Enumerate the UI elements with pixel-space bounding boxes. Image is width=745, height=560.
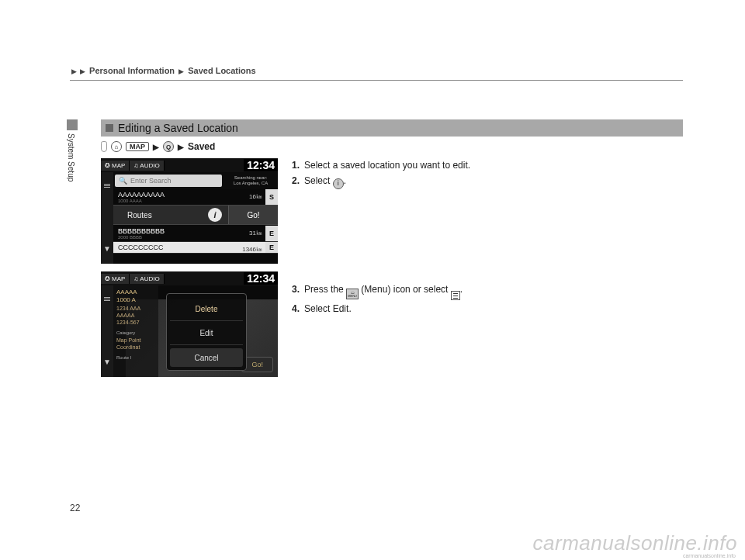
- list-item[interactable]: BBBBBBBBBB 2000 BBBB 31㎞ E: [113, 226, 278, 242]
- menu-icon[interactable]: [104, 183, 110, 188]
- search-icon: Q: [163, 141, 174, 152]
- detail-address: 1000 A: [116, 296, 155, 304]
- heading-square-icon: [106, 124, 113, 132]
- item-action-bar: Routes i Go!: [113, 205, 278, 225]
- tab-map-label: MAP: [112, 162, 125, 169]
- list-item-direction: E: [265, 242, 278, 253]
- routes-button[interactable]: Routes: [113, 211, 202, 220]
- chevron-right-icon: ▶: [71, 67, 77, 75]
- list-item-distance: 31㎞: [249, 229, 262, 237]
- clock: 12:34: [244, 159, 278, 171]
- breadcrumb-part-1: Personal Information: [89, 66, 175, 75]
- list-item[interactable]: AAAAAAAAAA 1000 AAAA 16㎞ S: [113, 189, 278, 206]
- chevron-right-icon: ▶: [178, 67, 184, 75]
- home-icon: ⌂: [111, 141, 122, 152]
- nav-path: ⌂ MAP ▶ Q ▶ Saved: [101, 141, 683, 152]
- watermark: carmanualsonline.info: [533, 531, 737, 555]
- tab-map[interactable]: ✪MAP: [101, 161, 130, 171]
- list-item-direction: S: [265, 189, 278, 205]
- step-number: 1.: [292, 158, 304, 172]
- detail-line: 1234 AAA: [116, 305, 155, 312]
- path-saved-label: Saved: [188, 141, 215, 152]
- watermark-sub: carmanualsonline.info: [683, 553, 736, 558]
- step-number: 4.: [292, 302, 304, 316]
- tab-audio[interactable]: ♫AUDIO: [130, 161, 164, 171]
- scroll-down-icon[interactable]: ▼: [103, 358, 111, 366]
- search-input[interactable]: 🔍 Enter Search: [115, 175, 222, 187]
- info-icon: i: [333, 178, 344, 189]
- search-near-label: Searching near:: [225, 175, 276, 181]
- detail-category-header: Category: [116, 330, 155, 337]
- info-icon[interactable]: i: [208, 208, 222, 222]
- section-heading: Editing a Saved Location: [101, 119, 683, 137]
- screenshot-edit-popup: ✪MAP ♫AUDIO 12:34 ▼: [101, 271, 278, 377]
- chevron-right-icon: ▶: [153, 143, 159, 151]
- tab-audio[interactable]: ♫AUDIO: [130, 274, 164, 284]
- detail-line: Map Point: [116, 337, 155, 344]
- step-text: Select a saved location you want to edit…: [304, 158, 683, 172]
- menu-item-edit[interactable]: Edit: [170, 321, 243, 345]
- tab-map[interactable]: ✪MAP: [101, 274, 130, 284]
- detail-line: Coordinat: [116, 344, 155, 351]
- tab-audio-label: AUDIO: [140, 162, 159, 169]
- compass-icon: ✪: [105, 275, 110, 282]
- context-menu-popup: Delete Edit Cancel: [166, 293, 247, 371]
- list-item-distance: 16㎞: [249, 192, 262, 201]
- breadcrumb-part-2: Saved Locations: [188, 66, 255, 75]
- step-number: 2.: [292, 174, 304, 189]
- page-number: 22: [70, 503, 80, 513]
- section-heading-text: Editing a Saved Location: [118, 122, 238, 134]
- music-icon: ♫: [133, 162, 138, 169]
- detail-line: AAAAA: [116, 312, 155, 319]
- tab-audio-label: AUDIO: [140, 275, 159, 282]
- detail-line: 1234-567: [116, 319, 155, 326]
- scroll-down-icon[interactable]: ▼: [103, 244, 111, 253]
- menu-icon[interactable]: [104, 296, 110, 302]
- compass-icon: ✪: [105, 162, 110, 169]
- menu-item-cancel[interactable]: Cancel: [170, 348, 243, 367]
- chevron-right-icon: ▶: [178, 143, 184, 151]
- hamburger-icon: [451, 291, 460, 300]
- go-button[interactable]: Go!: [228, 206, 278, 224]
- detail-route-header: Route I: [116, 355, 155, 361]
- screenshot-saved-list: ✪MAP ♫AUDIO 12:34 ▼: [101, 158, 278, 264]
- list-item-direction: E: [265, 226, 278, 241]
- menu-item-delete[interactable]: Delete: [170, 297, 243, 321]
- clock: 12:34: [244, 272, 278, 285]
- music-icon: ♫: [133, 275, 138, 282]
- voice-icon: [101, 141, 107, 152]
- list-item-distance: 1346㎞: [242, 245, 262, 254]
- step-1: 1. Select a saved location you want to e…: [292, 158, 683, 172]
- search-near-value: Los Angeles, CA: [225, 181, 276, 186]
- side-tab-marker: [67, 119, 78, 130]
- tab-map-label: MAP: [112, 275, 125, 282]
- step-3: 3. Press the ▭MENU (Menu) icon or select…: [292, 282, 683, 301]
- step-number: 3.: [292, 282, 304, 301]
- map-badge: MAP: [126, 142, 149, 151]
- detail-title: AAAAA: [116, 289, 155, 296]
- side-tab: System Setup: [67, 119, 81, 181]
- side-tab-label: System Setup: [67, 133, 75, 181]
- breadcrumb: ▶▶ Personal Information ▶ Saved Location…: [70, 66, 683, 81]
- detail-panel: AAAAA 1000 A 1234 AAA AAAAA 1234-567 Cat…: [113, 285, 158, 377]
- step-4: 4. Select Edit.: [292, 302, 683, 316]
- step-2: 2. Select i.: [292, 174, 683, 189]
- search-placeholder: Enter Search: [130, 177, 172, 185]
- step-text: Select Edit.: [304, 302, 683, 316]
- menu-button-icon: ▭MENU: [346, 289, 359, 299]
- list-item[interactable]: CCCCCCCCC 1346㎞ E: [113, 242, 278, 254]
- search-near[interactable]: Searching near: Los Angeles, CA: [224, 174, 278, 188]
- search-icon: 🔍: [119, 177, 127, 185]
- step-text: Press the ▭MENU (Menu) icon or select .: [304, 282, 683, 301]
- step-text: Select i.: [304, 174, 683, 189]
- chevron-right-icon: ▶: [80, 67, 85, 75]
